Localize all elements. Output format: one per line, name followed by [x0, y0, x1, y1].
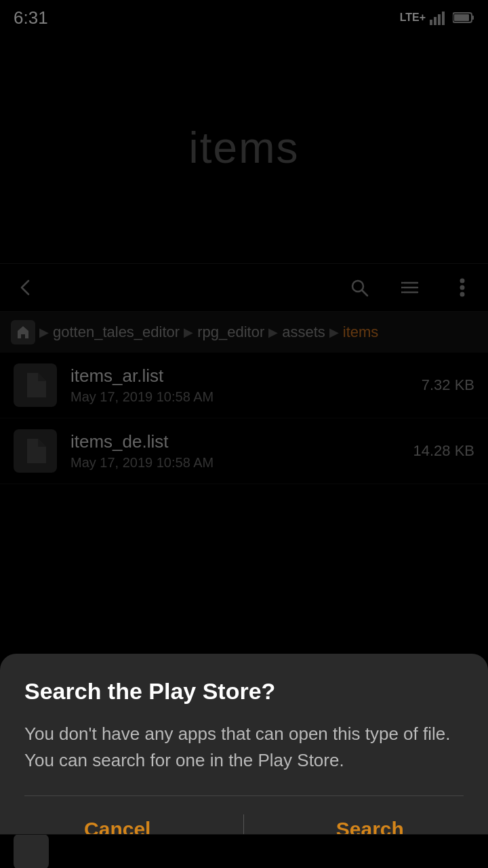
dialog-overlay: Search the Play Store? You don't have an… — [0, 0, 488, 868]
dialog-body: You don't have any apps that can open th… — [24, 721, 464, 774]
dialog-title: Search the Play Store? — [24, 678, 464, 705]
partial-file-icon — [14, 834, 49, 868]
dialog: Search the Play Store? You don't have an… — [0, 654, 488, 868]
